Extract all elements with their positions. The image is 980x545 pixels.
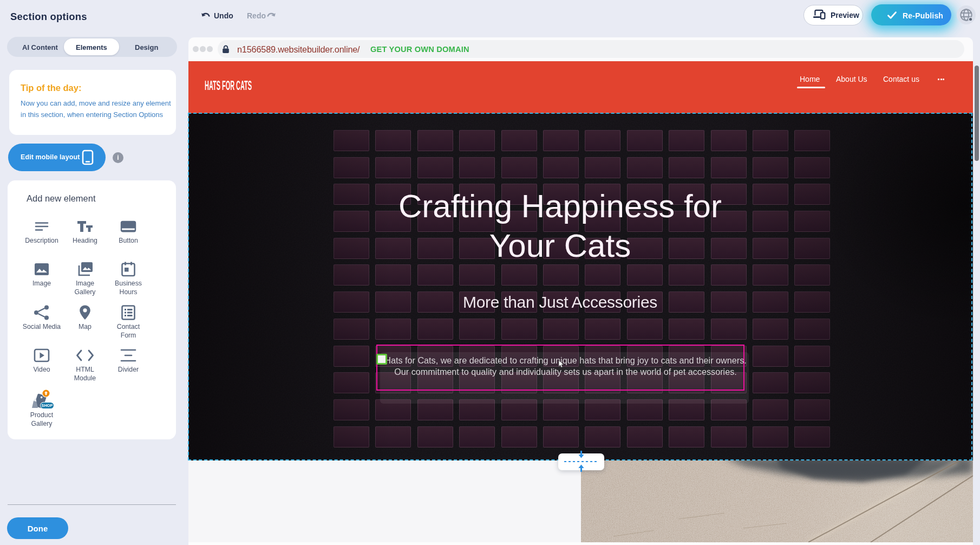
svg-text:SHOP: SHOP xyxy=(42,403,53,408)
